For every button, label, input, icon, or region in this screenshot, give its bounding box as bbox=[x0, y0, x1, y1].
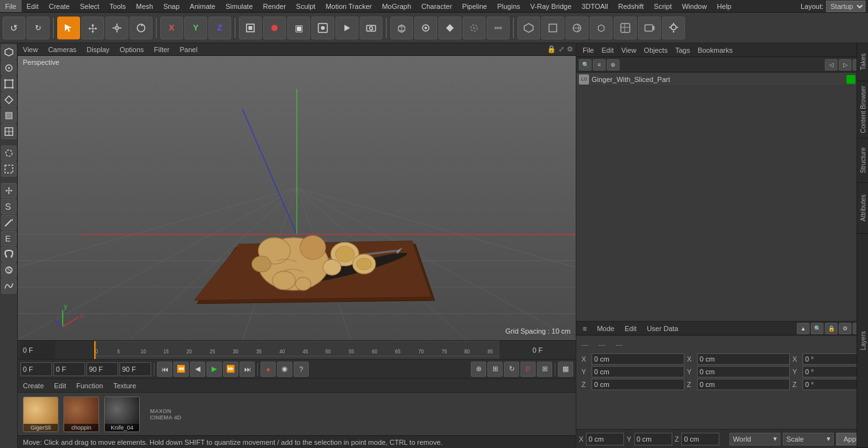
menu-redshift[interactable]: Redshift bbox=[613, 0, 649, 12]
vtab-structure[interactable]: Structure bbox=[857, 139, 868, 183]
snap-settings-btn[interactable] bbox=[487, 17, 510, 39]
axis-x-button[interactable]: X bbox=[160, 17, 183, 39]
rp-tags-tab[interactable]: Tags bbox=[672, 46, 694, 54]
attr-edit-tab[interactable]: Edit bbox=[621, 325, 641, 332]
playback-preview-end-input[interactable] bbox=[119, 362, 151, 376]
menu-help[interactable]: Help bbox=[712, 0, 736, 12]
menu-render[interactable]: Render bbox=[258, 0, 291, 12]
menu-script[interactable]: Script bbox=[649, 0, 677, 12]
rp-file-tab[interactable]: File bbox=[579, 46, 598, 54]
obj-mode-button[interactable] bbox=[239, 17, 262, 39]
scale-button[interactable] bbox=[105, 17, 128, 39]
layout-select[interactable]: Startup bbox=[826, 1, 865, 12]
snap-enable-btn[interactable] bbox=[463, 17, 485, 39]
coord-bar-z-input[interactable] bbox=[681, 433, 719, 445]
axis-z-button[interactable]: Z bbox=[208, 17, 231, 39]
rp-view-tab[interactable]: View bbox=[618, 46, 641, 54]
menu-pipeline[interactable]: Pipeline bbox=[457, 0, 492, 12]
anim-record-button[interactable] bbox=[263, 17, 286, 39]
rp-edit-tab[interactable]: Edit bbox=[598, 46, 618, 54]
sidebar-extrude-tool[interactable]: E bbox=[1, 231, 17, 246]
step-back-button[interactable]: ⏪ bbox=[173, 362, 189, 377]
go-start-button[interactable]: ⏮ bbox=[157, 362, 172, 377]
display-texture-btn[interactable] bbox=[614, 17, 637, 39]
coord-z-input[interactable] bbox=[592, 379, 684, 390]
coord-bar-x-input[interactable] bbox=[586, 433, 624, 445]
display-camera-btn[interactable] bbox=[638, 17, 661, 39]
timeline-select-btn[interactable]: ⊞ bbox=[487, 362, 503, 377]
vp-settings-icon[interactable]: ⚙ bbox=[567, 45, 573, 53]
menu-file[interactable]: File bbox=[0, 0, 22, 12]
coord-x2-input[interactable] bbox=[697, 353, 790, 365]
vp-filter-menu[interactable]: Filter bbox=[151, 46, 172, 53]
timeline-scale-btn[interactable]: ↻ bbox=[504, 362, 519, 377]
attr-search-btn[interactable]: 🔍 bbox=[811, 323, 824, 334]
vp-panel-menu[interactable]: Panel bbox=[177, 46, 200, 53]
mat-create-tab[interactable]: Create bbox=[20, 382, 46, 390]
attr-userdata-tab[interactable]: User Data bbox=[643, 325, 682, 332]
viewport[interactable]: Perspective bbox=[18, 56, 576, 340]
playback-current-input[interactable] bbox=[53, 362, 85, 376]
vp-cameras-menu[interactable]: Cameras bbox=[46, 46, 79, 53]
object-color-swatch[interactable] bbox=[846, 75, 855, 84]
object-row-ginger[interactable]: L0 Ginger_With_Sliced_Part bbox=[576, 72, 868, 86]
vtab-layers[interactable]: Layers bbox=[857, 234, 868, 448]
sidebar-edit-mode[interactable] bbox=[1, 60, 17, 76]
sidebar-paint-tool[interactable]: S bbox=[1, 262, 17, 278]
menu-create[interactable]: Create bbox=[44, 0, 75, 12]
menu-select[interactable]: Select bbox=[75, 0, 105, 12]
sidebar-model-mode[interactable] bbox=[1, 44, 17, 60]
vtab-content-browser[interactable]: Content Browser bbox=[857, 81, 868, 139]
mat-texture-tab[interactable]: Texture bbox=[111, 382, 139, 390]
sidebar-spline-tool[interactable] bbox=[1, 278, 17, 294]
axis-y-button[interactable]: Y bbox=[184, 17, 207, 39]
vp-options-menu[interactable]: Options bbox=[117, 46, 146, 53]
rp-tb-search[interactable]: 🔍 bbox=[579, 59, 592, 71]
timeline-move-btn[interactable]: ⊕ bbox=[471, 362, 486, 377]
timeline-grid-btn[interactable]: ⊞ bbox=[537, 362, 552, 377]
menu-3dtoall[interactable]: 3DTOAll bbox=[576, 0, 613, 12]
material-choppin[interactable]: choppin bbox=[64, 397, 99, 432]
sidebar-magnet-tool[interactable] bbox=[1, 247, 17, 262]
menu-mesh[interactable]: Mesh bbox=[131, 0, 158, 12]
undo-button[interactable]: ↺ bbox=[3, 17, 25, 39]
vtab-takes[interactable]: Takes bbox=[857, 43, 868, 81]
rp-tb-layers[interactable]: ≡ bbox=[593, 59, 606, 71]
sidebar-scale-tool[interactable]: S bbox=[1, 199, 17, 214]
menu-character[interactable]: Character bbox=[416, 0, 457, 12]
sidebar-live-selection[interactable] bbox=[1, 146, 17, 161]
menu-vray[interactable]: V-Ray Bridge bbox=[526, 0, 577, 12]
sidebar-texture-mode[interactable] bbox=[1, 124, 17, 139]
rotate-button[interactable] bbox=[130, 17, 153, 39]
go-end-button[interactable]: ⏭ bbox=[240, 362, 255, 377]
coord-z2-input[interactable] bbox=[697, 379, 790, 390]
render-preview-button[interactable] bbox=[336, 17, 358, 39]
vp-expand-icon[interactable]: ⤢ bbox=[559, 45, 564, 53]
sidebar-point-mode[interactable] bbox=[1, 76, 17, 92]
select-mode-button[interactable] bbox=[57, 17, 80, 39]
menu-sculpt[interactable]: Sculpt bbox=[291, 0, 321, 12]
display-shading-btn[interactable]: ⬡ bbox=[590, 17, 613, 39]
material-knife04[interactable]: Knife_04 bbox=[104, 397, 140, 432]
attr-tb-btn1[interactable]: ▲ bbox=[797, 323, 810, 334]
menu-mograph[interactable]: MoGraph bbox=[377, 0, 416, 12]
menu-animate[interactable]: Animate bbox=[185, 0, 220, 12]
render-active-button[interactable] bbox=[311, 17, 334, 39]
rp-tb-new[interactable]: ⊕ bbox=[607, 59, 620, 71]
coord-y2-input[interactable] bbox=[697, 366, 790, 377]
sidebar-move-tool[interactable] bbox=[1, 183, 17, 198]
menu-simulate[interactable]: Simulate bbox=[220, 0, 258, 12]
record-btn[interactable] bbox=[414, 17, 437, 39]
record-active-button[interactable]: ● bbox=[261, 362, 276, 377]
menu-tools[interactable]: Tools bbox=[104, 0, 131, 12]
scale-dropdown[interactable]: Scale ▾ bbox=[783, 433, 834, 445]
rp-tb-scroll-left[interactable]: ◁ bbox=[825, 59, 837, 71]
sidebar-knife-tool[interactable] bbox=[1, 215, 17, 230]
coord-y-input[interactable] bbox=[592, 366, 684, 377]
play-reverse-button[interactable]: ◀ bbox=[190, 362, 205, 377]
sidebar-polygon-mode[interactable] bbox=[1, 108, 17, 123]
step-forward-button[interactable]: ⏩ bbox=[223, 362, 238, 377]
timeline-ruler[interactable]: 0 5 10 15 20 25 30 35 40 45 50 55 60 65 bbox=[94, 341, 499, 359]
attr-lock-btn[interactable]: 🔒 bbox=[825, 323, 837, 334]
mat-function-tab[interactable]: Function bbox=[74, 382, 105, 390]
